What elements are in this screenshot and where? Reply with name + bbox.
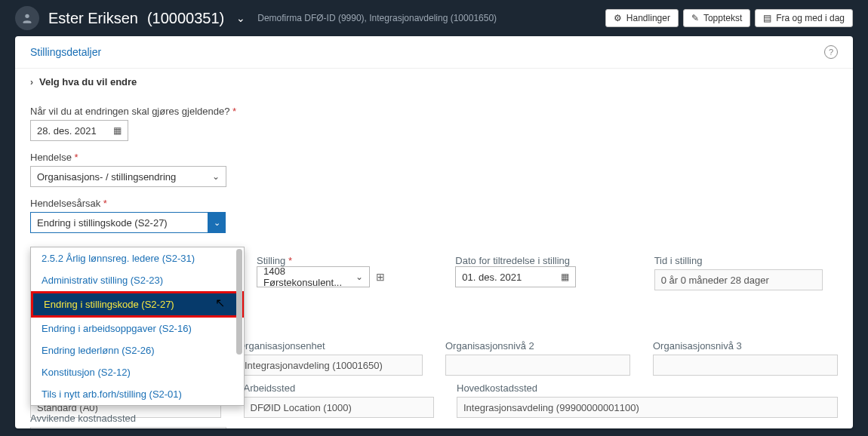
chevron-down-icon: ⌄ [212, 171, 220, 182]
dropdown-item[interactable]: Endring lederlønn (S2-26) [31, 339, 244, 361]
dato-tiltredelse-label: Dato for tiltredelse i stilling [455, 255, 623, 266]
dropdown-item[interactable]: Tils i nytt arb.forh/stilling (S2-01) [31, 383, 244, 405]
avvik-kost-label: Avvikende kostnadssted [30, 413, 226, 424]
stilling-select[interactable]: 1408 Førstekonsulent... ⌄ [257, 266, 370, 287]
dropdown-item[interactable]: 2.5.2 Årlig lønnsreg. ledere (S2-31) [31, 247, 244, 269]
dropdown-item[interactable]: Konstitusjon (S2-12) [31, 361, 244, 383]
effective-date-input[interactable]: 28. des. 2021 ▦ [30, 120, 128, 141]
aarsak-label: Hendelsesårsak [30, 198, 838, 209]
person-name: Ester Eriksen [48, 10, 138, 27]
arbeidssted-label: Arbeidssted [244, 382, 435, 394]
calendar-icon[interactable]: ▦ [561, 272, 569, 282]
avatar [15, 6, 39, 30]
date-label: Når vil du at endringen skal gjøres gjel… [30, 106, 838, 117]
dropdown-item[interactable]: Endring i arbeidsoppgaver (S2-16) [31, 318, 244, 339]
section-title: Velg hva du vil endre [39, 76, 137, 88]
calendar-icon[interactable]: ▦ [113, 125, 122, 136]
tid-i-stilling-label: Tid i stilling [654, 255, 823, 266]
arbeidssted-value: DFØID Location (1000) [244, 397, 435, 418]
hendelse-label: Hendelse [30, 152, 838, 163]
chevron-down-icon[interactable]: ⌄ [236, 12, 245, 24]
panel-stillingsdetaljer: Stillingsdetaljer ? › Velg hva du vil en… [15, 36, 853, 428]
org-enhet-label: Organisasjonsenhet [238, 340, 423, 352]
avvik-kost-value[interactable] [30, 427, 226, 428]
hovedkost-label: Hovedkostadssted [457, 382, 838, 394]
person-id: (10000351) [147, 10, 224, 27]
hendelse-select[interactable]: Organisasjons- / stillingsendring ⌄ [30, 166, 226, 187]
help-icon[interactable]: ? [824, 45, 838, 59]
action-handlinger[interactable]: ⚙Handlinger [605, 9, 679, 27]
aarsak-select[interactable]: Endring i stillingskode (S2-27) [30, 212, 208, 233]
org-niva3-label: Organisasjonsnivå 3 [653, 340, 838, 352]
svg-point-0 [25, 14, 29, 18]
action-topptekst[interactable]: ✎Topptekst [683, 9, 750, 27]
dato-tiltredelse-input[interactable]: 01. des. 2021 ▦ [455, 266, 576, 287]
dropdown-item-selected[interactable]: Endring i stillingskode (S2-27) [31, 291, 244, 318]
hovedkost-value: Integrasjonsavdeling (99900000001100) [457, 397, 838, 418]
org-niva2-label: Organisasjonsnivå 2 [445, 340, 630, 352]
panel-title: Stillingsdetaljer [30, 46, 101, 58]
action-fra-og-med[interactable]: ▤Fra og med i dag [755, 9, 853, 27]
aarsak-dropdown-list: 2.5.2 Årlig lønnsreg. ledere (S2-31) Adm… [30, 247, 245, 406]
chevron-down-icon: ⌄ [356, 272, 363, 282]
stilling-label: Stilling [257, 255, 425, 266]
org-tree-icon[interactable]: ⊞ [376, 271, 385, 283]
tid-i-stilling-value: 0 år 0 måneder 28 dager [654, 269, 823, 290]
person-subinfo: Demofirma DFØ-ID (9990), Integrasjonavde… [257, 13, 497, 23]
aarsak-dropdown-toggle[interactable]: ⌄ [208, 212, 226, 233]
scrollbar[interactable] [236, 249, 242, 355]
chevron-right-icon[interactable]: › [30, 77, 33, 88]
dropdown-item[interactable]: Administrativ stilling (S2-23) [31, 269, 244, 291]
